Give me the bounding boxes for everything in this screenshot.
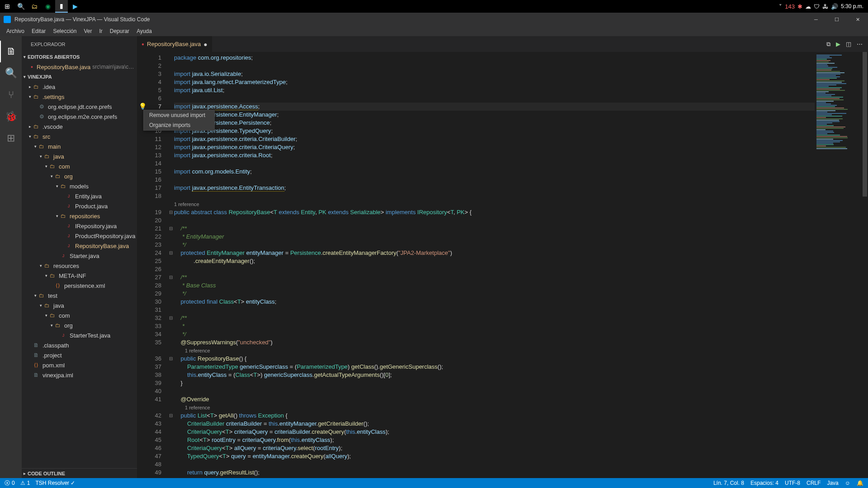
codelens-references[interactable]: 1 reference bbox=[174, 200, 815, 208]
extensions-activity-icon[interactable]: ⊞ bbox=[0, 127, 22, 149]
tree-item-StarterTest-java[interactable]: JStarterTest.java bbox=[22, 330, 137, 340]
source-control-activity-icon[interactable]: ⑂ bbox=[0, 84, 22, 106]
tree-item-java[interactable]: ▾🗀java bbox=[22, 151, 137, 161]
network-icon[interactable]: 🖧 bbox=[822, 3, 828, 10]
tree-item-IRepository-java[interactable]: JIRepository.java bbox=[22, 221, 137, 231]
tree-item--vscode[interactable]: ▸🗀.vscode bbox=[22, 122, 137, 131]
tree-item-pom-xml[interactable]: ⟨⟩pom.xml bbox=[22, 360, 137, 370]
menu-selección[interactable]: Selección bbox=[49, 28, 80, 34]
compare-changes-icon[interactable]: ⧉ bbox=[826, 41, 830, 48]
tree-item-test[interactable]: ▾🗀test bbox=[22, 291, 137, 300]
lightbulb-icon[interactable]: 💡 bbox=[139, 103, 146, 110]
code-outline-header[interactable]: ▸ CODE OUTLINE bbox=[22, 468, 137, 478]
tree-item-resources[interactable]: ▾🗀resources bbox=[22, 261, 137, 271]
tree-item-RepositoryBase-java[interactable]: JRepositoryBase.java bbox=[22, 241, 137, 251]
maximize-button[interactable]: ☐ bbox=[826, 13, 847, 26]
quickfix-remove-unused-import[interactable]: Remove unused import bbox=[144, 110, 214, 120]
status-notifications-icon[interactable]: 🔔 bbox=[857, 480, 863, 486]
menu-ver[interactable]: Ver bbox=[80, 28, 95, 34]
tree-item-models[interactable]: ▾🗀models bbox=[22, 181, 137, 191]
app-taskbar-icon[interactable]: ▶ bbox=[69, 0, 81, 13]
code-editor[interactable]: 💡 123456789101112131415161718 1920212223… bbox=[137, 52, 868, 478]
file-explorer-icon[interactable]: 🗂 bbox=[28, 0, 41, 13]
tab-repositorybase[interactable]: ● RepositoryBase.java ● bbox=[137, 36, 212, 52]
open-editors-header[interactable]: ▾ EDITORES ABIERTOS bbox=[22, 52, 137, 62]
tree-item-vinexjpa-iml[interactable]: 🗎vinexjpa.iml bbox=[22, 370, 137, 380]
minimap[interactable] bbox=[815, 52, 855, 478]
tree-item-src[interactable]: ▾🗀src bbox=[22, 131, 137, 141]
explorer-activity-icon[interactable]: 🗎 bbox=[0, 41, 22, 62]
tree-item-org[interactable]: ▾🗀org bbox=[22, 171, 137, 181]
menubar: ArchivoEditarSelecciónVerIrDepurarAyuda bbox=[0, 26, 868, 36]
menu-depurar[interactable]: Depurar bbox=[106, 28, 133, 34]
folder-icon: 🗀 bbox=[54, 322, 61, 328]
tray-badge[interactable]: 143 bbox=[785, 3, 795, 10]
tree-item-Entity-java[interactable]: JEntity.java bbox=[22, 191, 137, 201]
file-icon: 🗎 bbox=[33, 342, 40, 348]
chrome-icon[interactable]: ◉ bbox=[42, 0, 54, 13]
volume-icon[interactable]: 🔊 bbox=[831, 3, 838, 10]
status-spaces[interactable]: Espacios: 4 bbox=[750, 480, 778, 486]
scrollbar-thumb[interactable] bbox=[863, 52, 867, 197]
status-errors[interactable]: ⓧ 0 bbox=[5, 479, 15, 487]
tree-item--classpath[interactable]: 🗎.classpath bbox=[22, 340, 137, 350]
tree-item-Starter-java[interactable]: JStarter.java bbox=[22, 251, 137, 261]
run-icon[interactable]: ▶ bbox=[836, 41, 840, 47]
status-tsh-resolver[interactable]: TSH Resolver ✓ bbox=[35, 480, 75, 486]
more-actions-icon[interactable]: ⋯ bbox=[857, 41, 863, 47]
menu-ayuda[interactable]: Ayuda bbox=[133, 28, 156, 34]
tree-item-com[interactable]: ▾🗀com bbox=[22, 310, 137, 320]
vscode-taskbar-icon[interactable]: ▮ bbox=[55, 0, 68, 13]
tree-item-ProductRepository-java[interactable]: JProductRepository.java bbox=[22, 231, 137, 241]
project-header[interactable]: ▾ VINEXJPA bbox=[22, 72, 137, 82]
tree-item--project[interactable]: 🗎.project bbox=[22, 350, 137, 360]
editor-scrollbar[interactable] bbox=[862, 52, 868, 478]
codelens-references[interactable]: 1 reference bbox=[174, 347, 815, 355]
quickfix-organize-imports[interactable]: Organize imports bbox=[144, 120, 214, 130]
tree-item-org-eclipse-jdt-core-prefs[interactable]: ⚙org.eclipse.jdt.core.prefs bbox=[22, 102, 137, 112]
clock[interactable]: 5:30 p.m. bbox=[841, 3, 863, 9]
tree-item-main[interactable]: ▾🗀main bbox=[22, 141, 137, 151]
folder-icon: 🗀 bbox=[43, 153, 51, 160]
chevron-icon: ▾ bbox=[43, 164, 49, 169]
tray-app-icon[interactable]: ✱ bbox=[797, 3, 802, 10]
folder-icon: 🗀 bbox=[33, 84, 40, 90]
minimize-button[interactable]: ─ bbox=[806, 13, 826, 26]
defender-icon[interactable]: 🛡 bbox=[814, 3, 820, 10]
tree-item-Product-java[interactable]: JProduct.java bbox=[22, 201, 137, 211]
status-warnings[interactable]: ⚠ 1 bbox=[20, 480, 30, 486]
tree-item-org-eclipse-m2e-core-prefs[interactable]: ⚙org.eclipse.m2e.core.prefs bbox=[22, 112, 137, 122]
status-eol[interactable]: CRLF bbox=[807, 480, 821, 486]
menu-archivo[interactable]: Archivo bbox=[3, 28, 28, 34]
chevron-icon: ▾ bbox=[49, 323, 54, 328]
search-activity-icon[interactable]: 🔍 bbox=[0, 62, 22, 84]
folder-icon: 🗀 bbox=[33, 94, 40, 100]
java-file-icon: J bbox=[65, 224, 72, 228]
tree-item--idea[interactable]: ▸🗀.idea bbox=[22, 82, 137, 92]
tree-item--settings[interactable]: ▾🗀.settings bbox=[22, 92, 137, 102]
tree-item-repositories[interactable]: ▾🗀repositories bbox=[22, 211, 137, 221]
tree-item-persistence-xml[interactable]: ⟨⟩persistence.xml bbox=[22, 281, 137, 291]
status-language[interactable]: Java bbox=[827, 480, 838, 486]
split-editor-icon[interactable]: ◫ bbox=[846, 41, 851, 47]
codelens-references[interactable]: 1 reference bbox=[174, 404, 815, 412]
tree-item-com[interactable]: ▾🗀com bbox=[22, 161, 137, 171]
tree-item-org[interactable]: ▾🗀org bbox=[22, 320, 137, 330]
tab-close-icon[interactable]: ● bbox=[203, 41, 207, 48]
search-taskbar-icon[interactable]: 🔍 bbox=[14, 0, 27, 13]
status-feedback-icon[interactable]: ☺ bbox=[845, 480, 850, 486]
menu-editar[interactable]: Editar bbox=[28, 28, 49, 34]
tree-item-META-INF[interactable]: ▾🗀META-INF bbox=[22, 271, 137, 281]
start-menu-icon[interactable]: ⊞ bbox=[1, 0, 14, 13]
status-encoding[interactable]: UTF-8 bbox=[785, 480, 800, 486]
menu-ir[interactable]: Ir bbox=[95, 28, 106, 34]
debug-activity-icon[interactable]: 🐞 bbox=[0, 106, 22, 127]
open-editor-item[interactable]: ● RepositoryBase.java src\main\java\com\… bbox=[22, 62, 137, 72]
status-line-col[interactable]: Lín. 7, Col. 8 bbox=[713, 480, 744, 486]
code-content[interactable]: package com.org.repositories; import jav… bbox=[174, 52, 815, 478]
chevron-up-icon[interactable]: ˅ bbox=[779, 3, 782, 10]
onedrive-icon[interactable]: ☁ bbox=[805, 3, 811, 10]
tree-item-java[interactable]: ▾🗀java bbox=[22, 300, 137, 310]
close-button[interactable]: ✕ bbox=[847, 13, 868, 26]
chevron-icon: ▸ bbox=[27, 84, 33, 89]
